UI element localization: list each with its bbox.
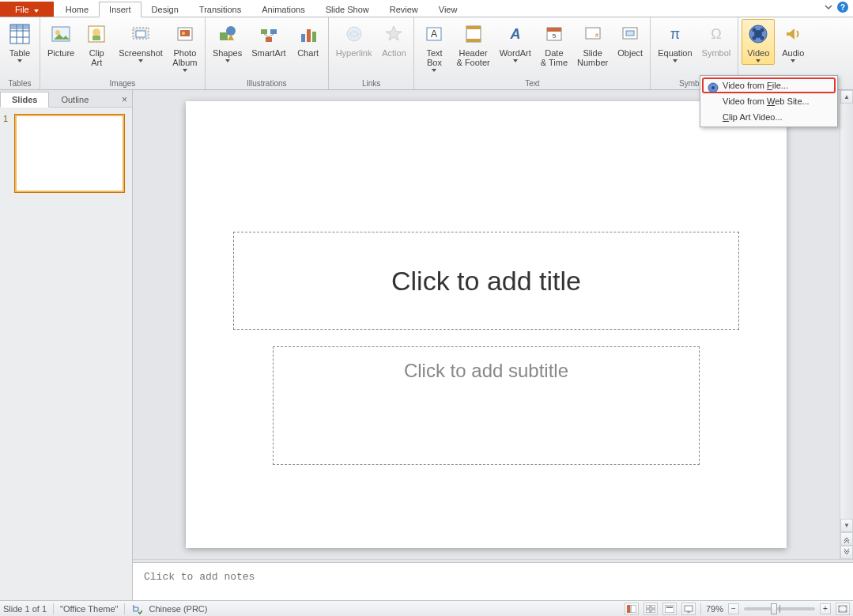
svg-rect-5 — [10, 25, 29, 29]
symbol-button: Ω Symbol — [698, 19, 735, 60]
photoalbum-button[interactable]: Photo Album — [168, 19, 202, 74]
chart-button[interactable]: Chart — [292, 19, 325, 60]
menu-clipart-video[interactable]: Clip Art Video... — [702, 109, 836, 125]
svg-rect-50 — [627, 605, 630, 613]
picture-button[interactable]: Picture — [43, 19, 78, 60]
picture-label: Picture — [47, 48, 74, 58]
scroll-down-icon[interactable]: ▼ — [840, 519, 853, 532]
svg-rect-10 — [92, 36, 100, 40]
headerfooter-button[interactable]: Header & Footer — [452, 19, 493, 70]
help-icon[interactable]: ? — [837, 2, 848, 13]
shapes-label: Shapes — [213, 48, 242, 58]
notes-pane[interactable]: Click to add notes — [133, 562, 853, 600]
menu-video-from-web[interactable]: Video from Web Site... — [702, 93, 836, 109]
smartart-label: SmartArt — [251, 48, 285, 58]
zoom-thumb[interactable] — [771, 603, 777, 614]
group-links-label: Links — [332, 77, 411, 89]
symbol-label: Symbol — [702, 48, 731, 58]
spellcheck-icon[interactable] — [131, 603, 142, 614]
minimize-ribbon-icon[interactable] — [823, 2, 834, 13]
tab-animations[interactable]: Animations — [251, 2, 315, 17]
photoalbum-icon — [172, 21, 198, 47]
picture-icon — [48, 21, 74, 47]
textbox-button[interactable]: A Text Box — [417, 19, 451, 74]
wordart-button[interactable]: A WordArt — [496, 19, 535, 65]
view-sorter-icon[interactable] — [644, 603, 658, 615]
headerfooter-icon — [461, 21, 486, 47]
shapes-button[interactable]: Shapes — [209, 19, 246, 65]
wordart-icon: A — [503, 21, 528, 47]
video-icon — [745, 21, 771, 47]
zoom-percent[interactable]: 79% — [706, 604, 723, 614]
slidenumber-icon: # — [580, 21, 606, 47]
svg-rect-52 — [646, 605, 650, 608]
table-button[interactable]: Table — [3, 19, 36, 65]
table-icon — [7, 21, 32, 47]
svg-rect-30 — [466, 26, 481, 29]
clipart-label: Clip Art — [89, 48, 104, 67]
slide-thumbnail-row: 1 — [3, 114, 129, 193]
group-links: Hyperlink Action Links — [329, 17, 415, 89]
view-normal-icon[interactable] — [625, 603, 639, 615]
datetime-button[interactable]: 5 Date & Time — [537, 19, 572, 70]
hyperlink-button: Hyperlink — [332, 19, 376, 60]
svg-rect-31 — [466, 39, 481, 42]
screenshot-button[interactable]: Screenshot — [115, 19, 167, 65]
svg-rect-24 — [312, 32, 316, 42]
tab-view[interactable]: View — [428, 2, 468, 17]
view-slideshow-icon[interactable] — [681, 603, 696, 615]
object-button[interactable]: Object — [613, 19, 647, 60]
equation-icon: π — [662, 21, 688, 47]
slide-thumbnail[interactable] — [14, 114, 125, 193]
title-placeholder[interactable]: Click to add title — [233, 232, 739, 330]
object-label: Object — [617, 48, 643, 58]
audio-button[interactable]: Audio — [776, 19, 810, 65]
slide-canvas-wrap: Click to add title Click to add subtitle… — [133, 90, 853, 559]
clipart-button[interactable]: Clip Art — [80, 19, 113, 70]
equation-label: Equation — [658, 48, 692, 58]
zoom-slider[interactable] — [744, 607, 815, 610]
fit-to-window-icon[interactable] — [836, 603, 850, 615]
smartart-button[interactable]: SmartArt — [247, 19, 289, 60]
tab-slides-thumb[interactable]: Slides — [0, 92, 49, 108]
screenshot-label: Screenshot — [119, 48, 163, 58]
slides-pane: Slides Outline × 1 — [0, 90, 133, 600]
menu-clipart-video-label: Clip Art Video... — [723, 112, 783, 122]
svg-point-47 — [761, 36, 764, 40]
scroll-up-icon[interactable]: ▲ — [840, 90, 853, 104]
tab-slideshow[interactable]: Slide Show — [315, 2, 379, 17]
next-slide-icon[interactable] — [840, 546, 853, 559]
prev-slide-icon[interactable] — [840, 532, 853, 546]
tab-file[interactable]: File — [0, 2, 54, 17]
group-tables-label: Tables — [3, 77, 36, 89]
tab-design[interactable]: Design — [142, 2, 189, 17]
svg-rect-23 — [307, 29, 311, 42]
status-bar: Slide 1 of 1 "Office Theme" Chinese (PRC… — [0, 600, 853, 616]
datetime-icon: 5 — [542, 21, 567, 47]
svg-point-46 — [753, 36, 757, 40]
slidenumber-button[interactable]: # Slide Number — [573, 19, 612, 70]
equation-button[interactable]: π Equation — [654, 19, 696, 65]
ribbon-tabbar: File Home Insert Design Transitions Anim… — [0, 0, 853, 17]
menu-video-from-file[interactable]: Video from File... — [702, 77, 836, 93]
tab-insert[interactable]: Insert — [99, 2, 142, 17]
subtitle-placeholder[interactable]: Click to add subtitle — [273, 346, 700, 465]
svg-point-44 — [753, 28, 757, 32]
tab-outline[interactable]: Outline — [49, 92, 100, 107]
slide-canvas[interactable]: Click to add title Click to add subtitle — [186, 101, 787, 548]
clipart-icon — [84, 21, 109, 47]
close-pane-icon[interactable]: × — [117, 93, 132, 107]
tab-home[interactable]: Home — [55, 2, 99, 17]
video-button[interactable]: Video — [742, 19, 775, 65]
tab-transitions[interactable]: Transitions — [189, 2, 251, 17]
tab-review[interactable]: Review — [379, 2, 428, 17]
status-language[interactable]: Chinese (PRC) — [149, 604, 207, 614]
view-reading-icon[interactable] — [662, 603, 677, 615]
zoom-in-icon[interactable]: + — [820, 603, 831, 614]
zoom-out-icon[interactable]: − — [728, 603, 739, 614]
svg-rect-22 — [301, 34, 305, 42]
group-illustrations: Shapes SmartArt Chart Illustrations — [206, 17, 329, 89]
svg-text:A: A — [509, 26, 520, 42]
vertical-scrollbar[interactable]: ▲ ▼ — [840, 90, 853, 559]
svg-rect-57 — [666, 607, 673, 608]
